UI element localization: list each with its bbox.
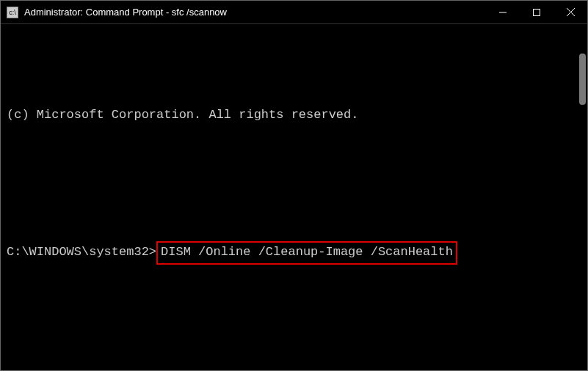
blank-line (7, 164, 581, 183)
cmd-icon: c:\ (7, 7, 18, 18)
window-controls (486, 1, 587, 23)
terminal-output[interactable]: (c) Microsoft Corporation. All rights re… (1, 24, 587, 370)
svg-rect-1 (534, 9, 540, 15)
blank-line (7, 304, 581, 323)
maximize-button[interactable] (520, 1, 553, 23)
copyright-line: (c) Microsoft Corporation. All rights re… (7, 106, 581, 125)
scrollbar-thumb[interactable] (579, 54, 586, 105)
prompt-prefix: C:\WINDOWS\system32> (7, 245, 156, 259)
title-bar: c:\ Administrator: Command Prompt - sfc … (1, 1, 587, 24)
highlight-dism-command: DISM /Online /Cleanup-Image /ScanHealth (156, 241, 457, 265)
prompt-line-1: C:\WINDOWS\system32>DISM /Online /Cleanu… (7, 241, 581, 265)
close-button[interactable] (553, 1, 587, 23)
minimize-button[interactable] (486, 1, 520, 23)
window-title: Administrator: Command Prompt - sfc /sca… (24, 7, 486, 18)
